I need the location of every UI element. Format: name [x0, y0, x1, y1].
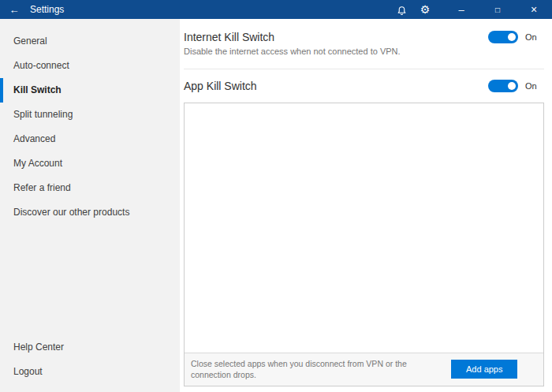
kill-switch-page: Internet Kill Switch On Disable the inte…: [180, 19, 552, 392]
sidebar-item-general[interactable]: General: [0, 29, 180, 54]
app-kill-switch-title: App Kill Switch: [184, 80, 488, 92]
window-content: General Auto-connect Kill Switch Split t…: [0, 19, 552, 392]
settings-window: ← Settings ⚙ – □ × General Auto-connect …: [0, 0, 552, 392]
sidebar-item-discover-products[interactable]: Discover our other products: [0, 200, 180, 225]
sidebar-item-my-account[interactable]: My Account: [0, 151, 180, 176]
sidebar-item-kill-switch[interactable]: Kill Switch: [0, 78, 180, 103]
app-kill-switch-toggle[interactable]: [488, 80, 518, 92]
app-kill-switch-state: On: [525, 81, 544, 91]
internet-kill-switch-title: Internet Kill Switch: [184, 31, 488, 43]
add-apps-button[interactable]: Add apps: [451, 360, 517, 379]
toggle-knob: [508, 82, 516, 90]
maximize-button[interactable]: □: [479, 0, 516, 19]
sidebar-item-split-tunneling[interactable]: Split tunneling: [0, 103, 180, 127]
sidebar-bottom-group: Help Center Logout: [0, 335, 180, 384]
settings-sidebar: General Auto-connect Kill Switch Split t…: [0, 19, 180, 392]
bell-icon[interactable]: [390, 0, 413, 19]
internet-kill-switch-description: Disable the internet access when not con…: [184, 47, 544, 56]
close-button[interactable]: ×: [516, 0, 552, 19]
internet-kill-switch-state: On: [525, 32, 544, 42]
app-kill-switch-footer-text: Close selected apps when you disconnect …: [191, 358, 451, 381]
sidebar-item-auto-connect[interactable]: Auto-connect: [0, 54, 180, 78]
minimize-button[interactable]: –: [443, 0, 479, 19]
sidebar-item-logout[interactable]: Logout: [0, 360, 180, 384]
internet-kill-switch-row: Internet Kill Switch On: [184, 31, 544, 43]
app-kill-switch-footer: Close selected apps when you disconnect …: [185, 353, 543, 386]
sidebar-item-advanced[interactable]: Advanced: [0, 127, 180, 151]
sidebar-item-refer-a-friend[interactable]: Refer a friend: [0, 176, 180, 200]
app-kill-switch-row: App Kill Switch On: [184, 80, 544, 92]
back-icon[interactable]: ←: [0, 0, 28, 19]
window-title: Settings: [30, 4, 64, 15]
sidebar-item-help-center[interactable]: Help Center: [0, 335, 180, 360]
internet-kill-switch-toggle[interactable]: [488, 31, 518, 43]
app-kill-switch-list-box: Close selected apps when you disconnect …: [184, 103, 544, 386]
app-list-empty-area[interactable]: [185, 103, 543, 353]
titlebar: ← Settings ⚙ – □ ×: [0, 0, 552, 19]
toggle-knob: [508, 33, 516, 41]
gear-icon[interactable]: ⚙: [413, 0, 437, 19]
section-divider: [184, 69, 544, 69]
